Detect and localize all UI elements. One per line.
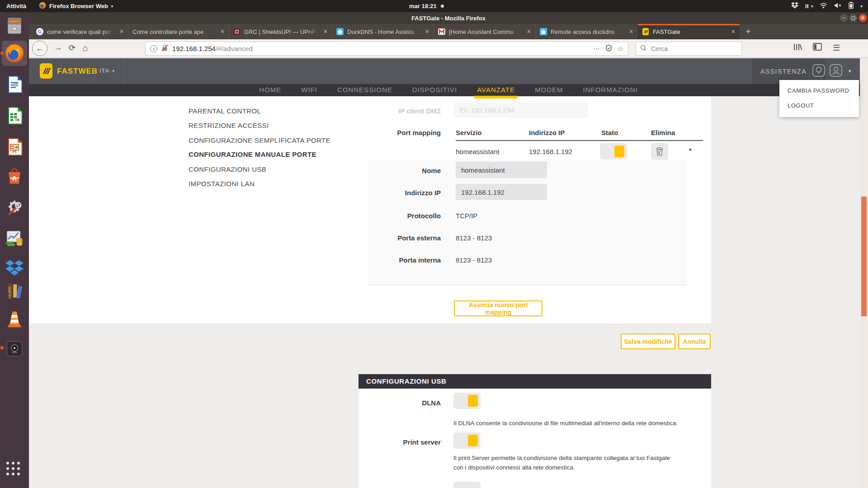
tab-duckdns[interactable]: DuckDNS - Home Assista ✕ — [332, 24, 434, 39]
scrollbar-track[interactable] — [860, 58, 868, 488]
dock-item-safe[interactable] — [4, 338, 25, 360]
nav-home[interactable]: HOME — [259, 84, 281, 96]
close-button[interactable]: ✕ — [859, 14, 867, 22]
dock-item-libreoffice-calc[interactable] — [4, 105, 25, 127]
sidebar-item-restrizione-accessi[interactable]: RESTRIZIONE ACCESSI — [189, 122, 269, 129]
dock-item-libreoffice-impress[interactable] — [4, 136, 25, 158]
ubuntu-top-bar: Attività Firefox Browser Web ▾ mar 18:21… — [0, 0, 868, 12]
forward-button[interactable]: → — [54, 43, 62, 52]
bookmark-star-icon[interactable]: ☆ — [618, 45, 623, 53]
tab-grc-shieldsup[interactable]: GRC | ShieldsUP! — UPnP ✕ — [229, 24, 332, 39]
url-text[interactable]: 192.168.1.254/#/advanced — [172, 45, 253, 52]
nav-dispositivi[interactable]: DISPOSITIVI — [412, 84, 457, 96]
user-dropdown-menu: CAMBIA PASSWORD LOGOUT — [779, 80, 859, 117]
nav-connessione[interactable]: CONNESSIONE — [337, 84, 392, 96]
row-service-name: homeassistant — [456, 148, 500, 155]
home-button[interactable]: ⌂ — [83, 43, 88, 53]
tab-close-icon[interactable]: ✕ — [425, 28, 429, 35]
print-server-description-line1: Il print Server permette la condivisione… — [453, 455, 670, 461]
url-bar[interactable]: i 192.168.1.254/#/advanced ⋯ ☆ — [145, 42, 628, 56]
tab-close-icon[interactable]: ✕ — [629, 28, 633, 35]
sidebar-item-parental-control[interactable]: PARENTAL CONTROL — [189, 107, 261, 115]
dock-item-calibre[interactable]: CALIBRE — [4, 279, 25, 301]
menu-item-logout[interactable]: LOGOUT — [788, 102, 814, 109]
tab-close-icon[interactable]: ✕ — [323, 28, 328, 35]
maximize-button[interactable]: ▢ — [849, 14, 857, 22]
nav-wifi[interactable]: WIFI — [301, 84, 317, 96]
external-port-value: 8123 - 8123 — [456, 234, 492, 242]
nav-avanzate-active[interactable]: AVANZATE — [477, 84, 515, 96]
activities-button[interactable]: Attività — [0, 0, 33, 12]
cancel-button[interactable]: Annulla — [678, 333, 711, 349]
search-input[interactable] — [650, 45, 727, 53]
tab-close-icon[interactable]: ✕ — [527, 28, 531, 35]
tab-home-assistant-community[interactable]: [Home Assistant Commu ✕ — [434, 24, 535, 39]
page-info-icon[interactable]: i — [150, 45, 157, 52]
new-tab-button[interactable]: + — [740, 24, 757, 39]
tab-come-verificare[interactable]: G come verificare quali por ✕ — [32, 24, 128, 39]
show-applications-button[interactable] — [6, 462, 20, 475]
dock-item-firefox[interactable] — [4, 42, 25, 64]
sidebar-toggle-icon[interactable] — [813, 43, 822, 53]
usb-section-title: CONFIGURAZIONI USB — [359, 374, 711, 389]
window-titlebar[interactable]: FASTGate - Mozilla Firefox − ▢ ✕ — [29, 12, 868, 24]
reload-button[interactable]: ⟳ — [69, 43, 75, 53]
menu-hamburger-icon[interactable]: ☰ — [833, 43, 840, 53]
nav-modem[interactable]: MODEM — [535, 84, 563, 96]
sidebar-item-impostazioni-lan[interactable]: IMPOSTAZIONI LAN — [189, 180, 255, 188]
tab-remote-access[interactable]: Remote access duckdns ✕ — [535, 24, 637, 39]
chevron-down-icon: ▾ — [111, 4, 113, 9]
clock[interactable]: mar 18:21 — [409, 0, 444, 12]
firefox-window: FASTGate - Mozilla Firefox − ▢ ✕ G come … — [29, 12, 868, 488]
add-port-mapping-button[interactable]: Associa nuovo port mapping — [454, 300, 542, 316]
sidebar-item-configurazione-semplificata-porte[interactable]: CONFIGURAZIONE SEMPLIFICATA PORTE — [189, 136, 330, 144]
dock-item-files[interactable] — [4, 15, 25, 37]
dock-item-libreoffice-writer[interactable] — [4, 74, 25, 95]
protocol-label: Protocollo — [363, 212, 441, 220]
tab-close-icon[interactable]: ✕ — [220, 28, 225, 35]
language-selector[interactable]: ITA▾ — [99, 67, 115, 74]
tab-close-icon[interactable]: ✕ — [731, 28, 736, 35]
scrollbar-thumb[interactable] — [861, 197, 867, 316]
print-server-description-line2: con i dispositivi connessi alla rete dom… — [453, 464, 575, 471]
collapse-row-icon[interactable]: ▴ — [689, 146, 692, 152]
ip-input[interactable] — [456, 184, 547, 200]
dock-item-dropbox[interactable] — [4, 258, 25, 279]
dock-item-ubuntu-software[interactable]: A — [4, 165, 25, 187]
save-button[interactable]: Salva modifiche — [621, 333, 675, 349]
app-menu-button[interactable]: Firefox Browser Web ▾ — [33, 0, 119, 12]
page-actions-icon[interactable]: ⋯ — [593, 45, 600, 53]
tab-come-controllare[interactable]: Come controllare porte ape ✕ — [128, 24, 229, 39]
nav-informazioni[interactable]: INFORMAZIONI — [583, 84, 638, 96]
insecure-lock-icon[interactable] — [161, 44, 168, 53]
sidebar-item-configurazioni-usb[interactable]: CONFIGURAZIONI USB — [189, 165, 266, 173]
dropbox-tray-icon — [791, 2, 798, 10]
fastweb-favicon — [642, 28, 649, 35]
brand-name[interactable]: FASTWEB — [57, 67, 98, 76]
dock-item-settings[interactable] — [4, 197, 25, 218]
name-input[interactable] — [456, 162, 547, 178]
dock-item-finance[interactable] — [4, 228, 25, 249]
dmz-input[interactable] — [454, 102, 588, 118]
system-tray[interactable]: it▾ ▾ — [791, 0, 863, 12]
dropbox-icon — [5, 259, 24, 277]
desktop: Attività Firefox Browser Web ▾ mar 18:21… — [0, 0, 868, 488]
library-icon[interactable] — [793, 43, 802, 53]
back-button[interactable]: ← — [32, 41, 47, 56]
row-status-toggle[interactable] — [600, 143, 627, 160]
dlna-toggle[interactable] — [453, 393, 481, 409]
menu-item-cambia-password[interactable]: CAMBIA PASSWORD — [788, 87, 849, 94]
column-header-indirizzo-ip: Indirizzo IP — [529, 129, 565, 136]
search-box[interactable] — [636, 42, 742, 56]
sidebar-item-configurazione-manuale-porte[interactable]: CONFIGURAZIONE MANUALE PORTE — [189, 150, 316, 158]
tab-close-icon[interactable]: ✕ — [119, 28, 124, 35]
svg-text:CALIBRE: CALIBRE — [8, 286, 11, 299]
delete-row-button[interactable] — [651, 143, 668, 160]
tab-fastgate-active[interactable]: FASTGate ✕ — [637, 24, 740, 39]
trash-icon — [655, 146, 664, 156]
dock-item-vlc[interactable] — [4, 308, 25, 330]
print-server-toggle[interactable] — [453, 432, 481, 449]
minimize-button[interactable]: − — [840, 14, 848, 22]
partial-toggle[interactable] — [453, 482, 481, 488]
pocket-shield-icon[interactable] — [606, 45, 612, 53]
